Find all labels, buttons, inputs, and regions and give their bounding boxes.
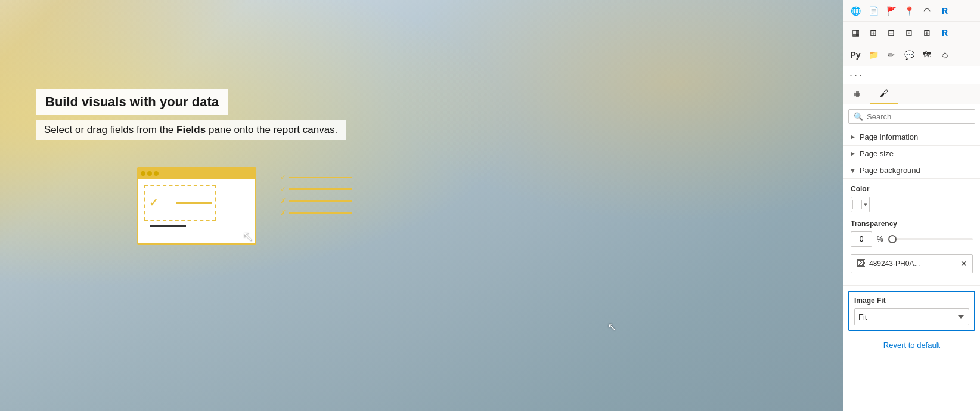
cursor-icon: ↖ — [241, 228, 253, 245]
page-background-section[interactable]: ▼ Page background — [843, 162, 980, 179]
chevron-page-size: ▼ — [849, 150, 856, 157]
grid-icon[interactable]: ⊞ — [919, 24, 935, 41]
swatch-dropdown-icon: ▼ — [863, 202, 868, 208]
visualizations-icon: ▦ — [853, 88, 861, 98]
folder-icon[interactable]: 📁 — [865, 47, 882, 63]
color-label: Color — [851, 185, 973, 193]
image-fit-section: Image Fit Fit Fill Normal Tile — [848, 291, 975, 331]
checklist-row-1: ✓ — [280, 173, 352, 181]
chat-icon[interactable]: 💬 — [901, 47, 917, 63]
window-body: ✓ — [138, 179, 255, 233]
image-fit-select[interactable]: Fit Fill Normal Tile — [854, 308, 969, 325]
page-background-label: Page background — [860, 166, 920, 175]
pct-label: % — [877, 235, 883, 243]
tab-row: ▦ 🖌 — [843, 84, 980, 104]
window-dot-2 — [147, 171, 152, 176]
toolbar-row-1: 🌐 📄 🚩 📍 ◠ R — [843, 0, 980, 22]
slider-thumb — [888, 235, 897, 243]
globe-icon[interactable]: 🌐 — [847, 2, 864, 19]
chevron-page-bg: ▼ — [849, 167, 856, 174]
revert-button-container: Revert to default — [843, 336, 980, 354]
toolbar-row-3: Py 📁 ✏ 💬 🗺 ◇ — [843, 44, 980, 66]
color-swatch-button[interactable]: ▼ — [851, 197, 870, 212]
page-size-section[interactable]: ▼ Page size — [843, 146, 980, 162]
checkmark-icon: ✓ — [149, 196, 158, 209]
table-icon-3[interactable]: ⊟ — [883, 24, 900, 41]
flag-icon[interactable]: 🚩 — [883, 2, 900, 19]
toolbar-row-2: ▦ ⊞ ⊟ ⊡ ⊞ R — [843, 22, 980, 44]
image-file-row: 🖼 489243-PH0A... ✕ — [851, 254, 973, 273]
chevron-page-info: ▼ — [849, 134, 856, 140]
page-size-label: Page size — [860, 149, 894, 158]
subtext-box: Select or drag fields from the Fields pa… — [36, 120, 346, 140]
location-icon[interactable]: 📍 — [901, 2, 917, 19]
window-dot — [141, 171, 145, 176]
transparency-label: Transparency — [851, 220, 973, 228]
image-fit-label: Image Fit — [854, 296, 969, 305]
canvas-content: Build visuals with your data Select or d… — [36, 89, 346, 140]
tab-format[interactable]: 🖌 — [870, 84, 898, 104]
checklist-row-2: ✓ — [280, 185, 352, 193]
canvas-cursor: ↖ — [607, 320, 616, 333]
headline-text: Build visuals with your data — [45, 94, 219, 109]
more-icons-row: ··· — [843, 66, 980, 84]
map-icon[interactable]: 🗺 — [919, 47, 935, 63]
format-icon: 🖌 — [880, 88, 888, 98]
python-icon[interactable]: Py — [847, 47, 864, 63]
transparency-input[interactable] — [851, 231, 872, 247]
color-swatch — [852, 200, 862, 209]
window-line — [176, 202, 212, 204]
close-file-button[interactable]: ✕ — [960, 259, 967, 268]
checklist-row-3: ✗ — [280, 197, 352, 205]
checklist-mock: ✓ ✓ ✗ ✗ — [280, 173, 352, 221]
page-information-label: Page information — [860, 132, 918, 141]
search-input[interactable] — [867, 112, 970, 121]
tab-visualizations[interactable]: ▦ — [843, 84, 870, 104]
file-icon: 🖼 — [856, 258, 866, 269]
window-mock: ✓ — [137, 167, 256, 245]
subtext-text: Select or drag fields from the Fields pa… — [44, 124, 337, 135]
dark-bar — [150, 225, 186, 227]
illustration: ✓ ✓ ✓ ✗ — [137, 167, 364, 257]
table-icon-2[interactable]: ⊞ — [865, 24, 882, 41]
checklist-row-4: ✗ — [280, 209, 352, 217]
color-picker-row: ▼ — [851, 197, 973, 212]
r-icon-2[interactable]: R — [936, 24, 953, 41]
dashed-rect: ✓ — [144, 185, 216, 221]
page-information-section[interactable]: ▼ Page information — [843, 129, 980, 146]
headline-box: Build visuals with your data — [36, 89, 228, 115]
r-letter-icon[interactable]: R — [936, 2, 953, 19]
search-bar[interactable]: 🔍 — [848, 109, 975, 124]
file-name: 489243-PH0A... — [869, 259, 957, 268]
table-icon-1[interactable]: ▦ — [847, 24, 864, 41]
matrix-icon[interactable]: ⊡ — [901, 24, 917, 41]
revert-to-default-button[interactable]: Revert to default — [883, 341, 940, 350]
arc-icon[interactable]: ◠ — [919, 2, 935, 19]
right-panel: 🌐 📄 🚩 📍 ◠ R ▦ ⊞ ⊟ ⊡ ⊞ R Py 📁 ✏ 💬 🗺 ◇ ···… — [843, 0, 980, 411]
search-icon: 🔍 — [854, 112, 863, 121]
doc-icon[interactable]: 📄 — [865, 2, 882, 19]
window-titlebar — [138, 168, 255, 179]
window-dot-3 — [154, 171, 159, 176]
edit-icon[interactable]: ✏ — [883, 47, 900, 63]
transparency-slider[interactable] — [888, 238, 973, 240]
diamond-icon[interactable]: ◇ — [936, 47, 953, 63]
transparency-row: % — [851, 231, 973, 247]
report-canvas: Build visuals with your data Select or d… — [0, 0, 843, 411]
page-background-body: Color ▼ Transparency % 🖼 489243-PH0A... … — [843, 179, 980, 286]
canvas-background: Build visuals with your data Select or d… — [0, 0, 843, 411]
